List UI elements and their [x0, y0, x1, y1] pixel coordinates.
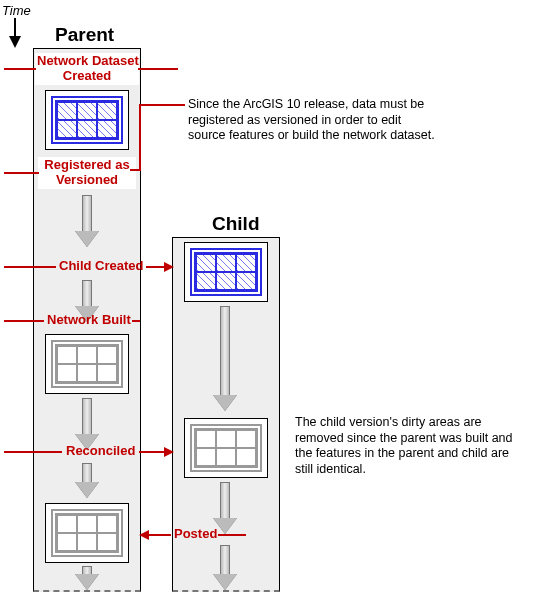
event-net-built: Network Built — [45, 312, 133, 329]
event-child-created: Child Created — [57, 258, 146, 275]
reconciled-arrowhead — [164, 447, 174, 457]
child-arrow-3 — [216, 545, 234, 590]
child-ds-1 — [184, 242, 268, 302]
event-reconciled: Reconciled — [64, 443, 137, 460]
event-ds-created-line1: Network DatasetCreated — [37, 53, 139, 83]
event-posted: Posted — [172, 526, 219, 543]
ds-created-underline-l — [4, 68, 36, 70]
reconciled-line-l — [4, 451, 62, 453]
parent-ds-3 — [45, 503, 129, 563]
desc-arcgis10: Since the ArcGIS 10 release, data must b… — [188, 97, 438, 144]
net-built-line-r — [132, 320, 140, 322]
svg-marker-1 — [9, 36, 21, 48]
posted-line-r — [218, 534, 246, 536]
parent-ds-2 — [45, 334, 129, 394]
event-registered: Registered asVersioned — [38, 157, 136, 189]
ds-created-underline-r — [138, 68, 178, 70]
child-created-line-r — [146, 266, 166, 268]
parent-arrow-5 — [78, 566, 96, 590]
desc-dirty-removed: The child version's dirty areas are remo… — [295, 415, 525, 478]
parent-ds-1 — [45, 90, 129, 150]
child-created-arrowhead — [164, 262, 174, 272]
parent-arrow-4 — [78, 463, 96, 498]
child-ds-2 — [184, 418, 268, 478]
time-arrow-icon — [9, 18, 23, 48]
reconciled-line-r — [139, 451, 166, 453]
callout-arcgis10-line — [130, 100, 190, 185]
child-arrow-1 — [216, 306, 234, 411]
event-ds-created: Network DatasetCreated — [35, 53, 139, 85]
time-label: Time — [2, 3, 31, 18]
child-created-line-l — [4, 266, 56, 268]
child-title: Child — [212, 213, 260, 235]
posted-arrowhead — [139, 530, 149, 540]
parent-arrow-1 — [78, 195, 96, 247]
parent-title: Parent — [55, 24, 114, 46]
posted-line-l — [148, 534, 171, 536]
event-registered-text: Registered asVersioned — [44, 157, 129, 187]
net-built-line — [4, 320, 44, 322]
registered-underline-l — [4, 172, 39, 174]
